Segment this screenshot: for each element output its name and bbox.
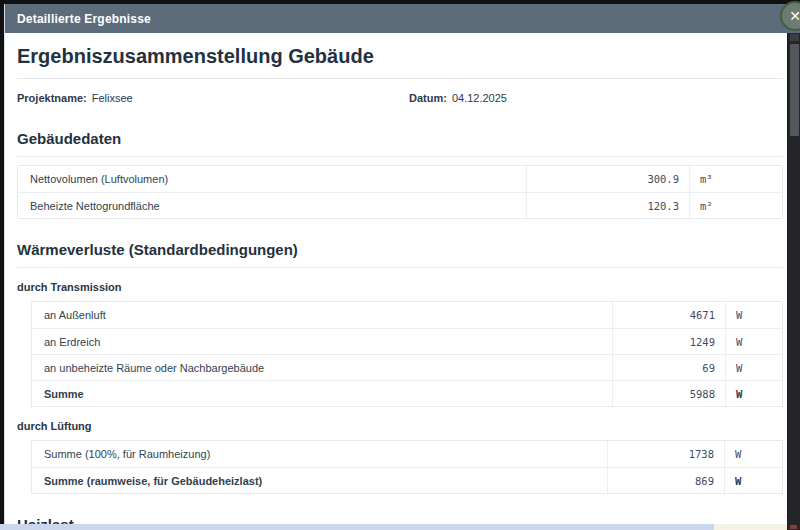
row-label: Beheizte Nettogrundfläche <box>18 200 526 212</box>
project-name-label: Projektname: <box>17 92 87 104</box>
meta-row: Projektname:Felixsee Datum:04.12.2025 <box>17 92 783 108</box>
dialog-titlebar: Detaillierte Ergebnisse ✕ <box>5 4 800 33</box>
row-unit: W <box>725 381 782 406</box>
vertical-scrollbar[interactable] <box>787 33 800 524</box>
table-row: Beheizte Nettogrundfläche 120.3 m² <box>18 192 782 218</box>
dialog-title: Detaillierte Ergebnisse <box>17 12 151 26</box>
table-row-sum: Summe (raumweise, für Gebäudeheizlast) 8… <box>32 467 782 493</box>
background-highlight-strip <box>714 524 787 530</box>
subsection-transmission: durch Transmission <box>17 281 783 293</box>
row-value: 69 <box>612 355 725 380</box>
row-unit: W <box>725 302 782 328</box>
table-row: Nettovolumen (Luftvolumen) 300.9 m³ <box>18 166 782 192</box>
row-unit: W <box>725 329 782 354</box>
lueftung-table: Summe (100%, für Raumheizung) 1738 W Sum… <box>31 440 783 494</box>
row-value: 300.9 <box>526 166 689 192</box>
close-button[interactable]: ✕ <box>780 1 800 31</box>
transmission-table: an Außenluft 4671 W an Erdreich 1249 W a… <box>31 301 783 407</box>
date-field: Datum:04.12.2025 <box>409 92 507 104</box>
scrollbar-bottom-marker <box>790 525 797 529</box>
row-label: Summe (raumweise, für Gebäudeheizlast) <box>32 475 607 487</box>
project-name-field: Projektname:Felixsee <box>17 92 133 104</box>
section-heizlast: Heizlast <box>17 516 783 524</box>
row-label: an unbeheizte Räume oder Nachbargebäude <box>32 362 612 374</box>
table-row-sum: Summe 5988 W <box>32 380 782 406</box>
row-label: Summe <box>32 388 612 400</box>
gebaeudedaten-table: Nettovolumen (Luftvolumen) 300.9 m³ Behe… <box>17 165 783 219</box>
row-label: Nettovolumen (Luftvolumen) <box>18 173 526 185</box>
row-label: an Erdreich <box>32 336 612 348</box>
section-waermeverluste: Wärmeverluste (Standardbedingungen) <box>17 241 783 268</box>
table-row: an Erdreich 1249 W <box>32 328 782 354</box>
table-row: an Außenluft 4671 W <box>32 302 782 328</box>
row-unit: W <box>725 355 782 380</box>
row-value: 120.3 <box>526 193 689 218</box>
section-gebaeudedaten: Gebäudedaten <box>17 130 783 157</box>
row-label: an Außenluft <box>32 309 612 321</box>
detailed-results-dialog: Detaillierte Ergebnisse ✕ Ergebniszusamm… <box>4 4 800 524</box>
date-value: 04.12.2025 <box>452 92 507 104</box>
row-unit: W <box>724 468 782 493</box>
dialog-content: Ergebniszusammenstellung Gebäude Projekt… <box>5 33 787 524</box>
row-value: 869 <box>607 468 724 493</box>
background-page-strip <box>0 524 800 530</box>
row-unit: W <box>724 441 782 467</box>
row-label: Summe (100%, für Raumheizung) <box>32 448 607 460</box>
row-unit: m² <box>689 193 782 218</box>
close-icon: ✕ <box>789 8 800 24</box>
row-value: 1249 <box>612 329 725 354</box>
dialog-body: Ergebniszusammenstellung Gebäude Projekt… <box>5 33 800 524</box>
row-unit: m³ <box>689 166 782 192</box>
date-label: Datum: <box>409 92 447 104</box>
row-value: 5988 <box>612 381 725 406</box>
row-value: 1738 <box>607 441 724 467</box>
row-value: 4671 <box>612 302 725 328</box>
page-title: Ergebniszusammenstellung Gebäude <box>17 43 783 79</box>
scrollbar-up-button[interactable] <box>790 34 799 41</box>
subsection-lueftung: durch Lüftung <box>17 420 783 432</box>
scrollbar-thumb[interactable] <box>790 44 799 136</box>
project-name-value: Felixsee <box>92 92 133 104</box>
table-row: Summe (100%, für Raumheizung) 1738 W <box>32 441 782 467</box>
screen: Detaillierte Ergebnisse ✕ Ergebniszusamm… <box>0 0 800 530</box>
table-row: an unbeheizte Räume oder Nachbargebäude … <box>32 354 782 380</box>
